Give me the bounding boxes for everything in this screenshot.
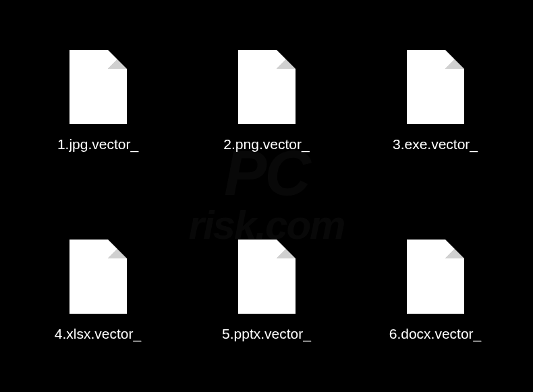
file-item[interactable]: 1.jpg.vector_	[27, 27, 169, 176]
file-label: 3.exe.vector_	[393, 136, 478, 152]
file-icon	[238, 50, 296, 124]
file-item[interactable]: 6.docx.vector_	[364, 217, 506, 366]
file-item[interactable]: 4.xlsx.vector_	[27, 217, 169, 366]
file-item[interactable]: 2.png.vector_	[196, 27, 337, 176]
file-item[interactable]: 5.pptx.vector_	[196, 217, 337, 366]
file-icon	[238, 240, 296, 314]
file-label: 6.docx.vector_	[389, 326, 482, 342]
file-icon	[69, 50, 127, 124]
file-label: 4.xlsx.vector_	[55, 326, 141, 342]
file-icon	[407, 50, 464, 124]
file-icon	[69, 240, 127, 314]
file-item[interactable]: 3.exe.vector_	[364, 27, 506, 176]
desktop-area[interactable]: 1.jpg.vector_ 2.png.vector_ 3.exe.vector…	[0, 0, 533, 392]
file-label: 2.png.vector_	[223, 136, 309, 152]
file-label: 5.pptx.vector_	[222, 326, 311, 342]
file-icon	[407, 240, 464, 314]
file-label: 1.jpg.vector_	[57, 136, 138, 152]
